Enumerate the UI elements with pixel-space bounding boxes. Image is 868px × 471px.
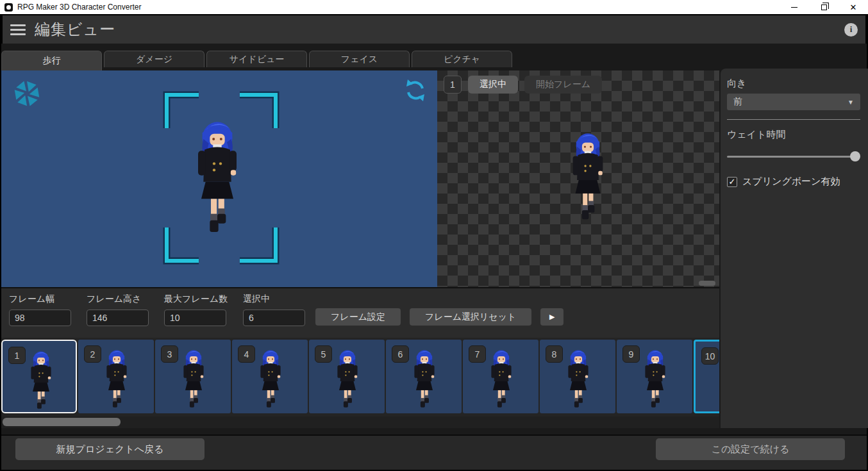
header: 編集ビュー i: [1, 14, 867, 44]
frame-fields: フレーム幅フレーム高さ最大フレーム数選択中: [9, 293, 305, 326]
tab-5[interactable]: ピクチャ: [412, 51, 512, 67]
frame-character-thumb: [485, 346, 518, 409]
start-frame-toggle[interactable]: 開始フレーム: [524, 76, 602, 94]
frame-tile-7[interactable]: 7: [463, 340, 538, 413]
frame-badge: 1: [8, 347, 26, 364]
frame-character-sprite: [563, 127, 613, 222]
frame-tile-5[interactable]: 5: [309, 340, 385, 413]
frame-tile-8[interactable]: 8: [540, 340, 615, 413]
footer-bar: 新規プロジェクトへ戻る この設定で続ける: [1, 434, 867, 470]
minimize-icon: [791, 7, 797, 8]
titlebar: RPG Maker 3D Character Converter ✕: [0, 0, 868, 14]
direction-dropdown[interactable]: 前 ▼: [727, 94, 860, 110]
settings-panel: 向き 前 ▼ ウェイト時間 ✓ スプリングボーン有効: [721, 69, 868, 428]
tab-4[interactable]: フェイス: [309, 51, 410, 67]
close-button[interactable]: ✕: [839, 0, 868, 14]
spring-bone-label: スプリングボーン有効: [742, 176, 840, 188]
frame-character-thumb: [638, 346, 672, 409]
frame-character-thumb: [562, 346, 595, 409]
field-input[interactable]: [164, 310, 226, 326]
minimize-button[interactable]: [780, 0, 809, 14]
field-label: フレーム高さ: [87, 293, 149, 305]
frame-tile-9[interactable]: 9: [617, 340, 692, 413]
frame-badge: 3: [161, 345, 178, 363]
tab-strip: 歩行ダメージサイドビューフェイスピクチャ: [1, 44, 867, 70]
frame-badge: 4: [238, 345, 255, 363]
frame-transparency-area: 1 選択中 開始フレーム: [437, 70, 719, 287]
app-window: RPG Maker 3D Character Converter ✕ 編集ビュー…: [0, 0, 868, 471]
frame-number-box: 1: [444, 76, 462, 94]
character-preview-area: [1, 70, 437, 287]
frame-tile-1[interactable]: 1: [1, 340, 77, 413]
info-button[interactable]: i: [844, 23, 858, 37]
selected-toggle[interactable]: 選択中: [468, 76, 518, 94]
restore-icon: [821, 4, 827, 10]
frame-badge: 2: [84, 345, 101, 363]
wait-time-label: ウェイト時間: [727, 129, 868, 141]
frame-settings-button[interactable]: フレーム設定: [315, 308, 401, 326]
frame-badge: 8: [546, 345, 563, 363]
frame-character-thumb: [24, 347, 58, 410]
frame-badge: 7: [469, 345, 486, 363]
field-label: 選択中: [243, 293, 305, 305]
frame-controls-panel: フレーム幅フレーム高さ最大フレーム数選択中 フレーム設定 フレーム選択リセット …: [1, 287, 719, 338]
field-2: フレーム高さ: [87, 293, 149, 326]
divider: [727, 119, 860, 120]
app-icon: [4, 3, 13, 12]
frame-character-thumb: [717, 348, 719, 411]
slider-track: [727, 156, 859, 158]
tab-2[interactable]: ダメージ: [104, 51, 204, 67]
close-icon: ✕: [850, 3, 857, 12]
restore-button[interactable]: [809, 0, 839, 14]
frame-badge: 10: [701, 347, 719, 365]
filmstrip-scrollbar[interactable]: [1, 417, 719, 428]
frame-tile-2[interactable]: 2: [78, 340, 154, 413]
tabs: 歩行ダメージサイドビューフェイスピクチャ: [1, 51, 512, 70]
frame-character-thumb: [100, 346, 133, 409]
slider-thumb[interactable]: [850, 151, 860, 161]
frame-reset-button[interactable]: フレーム選択リセット: [410, 308, 531, 326]
play-icon: ▶: [549, 313, 555, 321]
field-1: フレーム幅: [9, 293, 71, 326]
character-model: [185, 114, 249, 235]
frame-character-thumb: [331, 346, 364, 409]
frame-character-thumb: [408, 346, 441, 409]
frame-character-thumb: [254, 346, 287, 409]
frame-badge: 5: [315, 345, 332, 363]
field-input[interactable]: [87, 310, 149, 326]
tab-3[interactable]: サイドビュー: [206, 51, 307, 67]
frame-badge: 6: [392, 345, 409, 363]
filmstrip: 12345678910: [1, 338, 719, 417]
play-button[interactable]: ▶: [540, 308, 563, 326]
frame-tile-3[interactable]: 3: [155, 340, 231, 413]
checker-scrollbar-fragment[interactable]: [699, 281, 715, 286]
tab-1[interactable]: 歩行: [1, 51, 102, 70]
window-title: RPG Maker 3D Character Converter: [17, 3, 141, 12]
field-3: 最大フレーム数: [164, 293, 228, 326]
frame-character-thumb: [177, 346, 210, 409]
direction-label: 向き: [727, 78, 868, 90]
direction-value: 前: [733, 96, 742, 108]
continue-button[interactable]: この設定で続ける: [656, 438, 845, 460]
chevron-down-icon: ▼: [847, 99, 854, 106]
field-label: 最大フレーム数: [164, 293, 228, 305]
back-to-project-button[interactable]: 新規プロジェクトへ戻る: [15, 438, 204, 460]
spring-bone-checkbox[interactable]: ✓: [727, 177, 737, 187]
frame-tile-6[interactable]: 6: [386, 340, 462, 413]
wait-time-slider[interactable]: [727, 151, 859, 161]
menu-button[interactable]: [10, 24, 26, 35]
frame-tile-4[interactable]: 4: [232, 340, 308, 413]
field-label: フレーム幅: [9, 293, 71, 305]
frame-tile-10[interactable]: 10: [694, 340, 719, 413]
scrollbar-thumb[interactable]: [3, 418, 121, 426]
frame-badge: 9: [622, 345, 640, 363]
field-input[interactable]: [243, 310, 305, 326]
field-input[interactable]: [9, 310, 71, 326]
field-4: 選択中: [243, 293, 305, 326]
page-title: 編集ビュー: [35, 19, 115, 40]
